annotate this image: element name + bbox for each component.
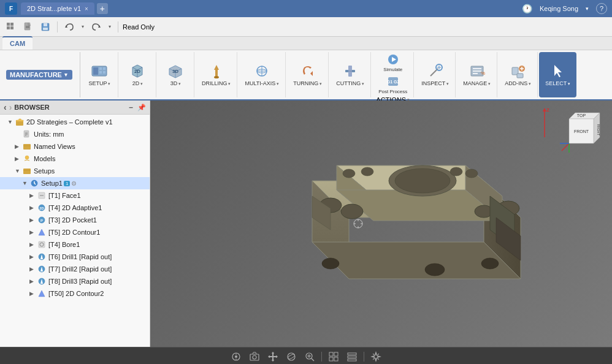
svg-point-102 [361, 167, 373, 176]
expand-named-views[interactable]: ▶ [15, 143, 22, 150]
tree-item-setup1[interactable]: ▼ Setup1 1 ⚙ [0, 177, 150, 189]
cutting-button[interactable]: CUTTING ▾ [334, 61, 367, 88]
tree-item-units[interactable]: Units: mm [0, 128, 150, 140]
tree-item-drill2[interactable]: ▶ [T7] Drill2 [Rapid out] [0, 263, 150, 275]
browser-nav-fwd[interactable]: › [9, 102, 12, 112]
undo-button[interactable] [62, 20, 77, 34]
file-button[interactable] [21, 20, 36, 34]
icon-setup1 [29, 178, 39, 188]
expand-units [15, 131, 22, 137]
grid-view-button[interactable] [327, 350, 340, 363]
tree-item-drill1[interactable]: ▶ [T6] Drill1 [Rapid out] [0, 251, 150, 263]
drilling-button[interactable]: DRILLING ▾ [199, 61, 234, 88]
tree-item-drill3[interactable]: ▶ [T8] Drill3 [Rapid out] [0, 275, 150, 287]
expand-contour2[interactable]: ▶ [29, 290, 37, 297]
group-multiaxis: MULTI-AXIS ▾ [239, 52, 286, 97]
tree-item-models[interactable]: ▶ Models [0, 153, 150, 165]
expand-drill1[interactable]: ▶ [29, 254, 37, 260]
setup-button[interactable]: SETUP ▾ [86, 61, 113, 88]
expand-contour1[interactable]: ▶ [29, 229, 37, 235]
svg-rect-137 [348, 356, 356, 358]
2d-button[interactable]: 2D 2D ▾ [126, 61, 148, 88]
redo-dropdown[interactable]: ▾ [106, 20, 113, 34]
expand-setup1[interactable]: ▼ [22, 180, 29, 186]
expand-setups[interactable]: ▼ [15, 168, 22, 174]
inspect-button[interactable]: INSPECT ▾ [419, 61, 451, 88]
tree-item-contour2[interactable]: ▶ [T50] 2D Contour2 [0, 287, 150, 300]
manage-button[interactable]: % MANAGE ▾ [461, 61, 493, 88]
svg-text:%: % [481, 70, 485, 76]
help-icon[interactable]: ? [596, 3, 607, 14]
browser-nav-back[interactable]: ‹ [4, 102, 7, 112]
dropdown-arrow-user[interactable]: ▾ [586, 6, 589, 12]
settings-button[interactable] [369, 350, 383, 363]
bottom-bar [0, 347, 612, 364]
redo-button[interactable] [89, 20, 104, 34]
svg-line-129 [312, 358, 314, 361]
expand-models[interactable]: ▶ [15, 156, 22, 162]
expand-bore1[interactable]: ▶ [29, 241, 37, 248]
manufacture-dropdown[interactable]: MANUFACTURE ▾ [6, 70, 72, 80]
active-tab[interactable]: 2D Strat...plete v1 × [21, 2, 94, 15]
svg-rect-17 [99, 71, 102, 74]
label-models: Models [34, 155, 55, 162]
snap-settings-button[interactable] [229, 350, 243, 363]
browser-collapse[interactable]: – [129, 103, 133, 112]
viewport[interactable]: TOP FRONT RIGHT Z [150, 100, 612, 347]
tree-item-contour1[interactable]: ▶ [T5] 2D Contour1 [0, 226, 150, 238]
orbit-button[interactable] [285, 350, 298, 363]
group-inspect: INSPECT ▾ [415, 52, 456, 97]
svg-rect-3 [10, 23, 13, 26]
group-cutting: CUTTING ▾ [330, 52, 371, 97]
svg-rect-134 [329, 357, 333, 361]
list-view-button[interactable] [345, 350, 359, 363]
pan-button[interactable] [266, 350, 280, 363]
2d-icon: 2D [129, 63, 146, 80]
clock-icon[interactable]: 🕐 [522, 4, 532, 13]
tree-item-pocket1[interactable]: ▶ P [T3] 2D Pocket1 [0, 214, 150, 226]
browser-pin[interactable]: 📌 [137, 104, 146, 112]
expand-face1[interactable]: ▶ [29, 192, 37, 199]
label-drill1: [T6] Drill1 [Rapid out] [48, 253, 112, 260]
zoom-button[interactable] [303, 350, 316, 363]
expand-adaptive1[interactable]: ▶ [29, 205, 37, 211]
tree-item-setups[interactable]: ▼ Setups [0, 165, 150, 177]
icon-units [22, 129, 32, 139]
addins-button[interactable]: ADD-INS ▾ [502, 61, 534, 88]
svg-text:G1 G2: G1 G2 [387, 80, 399, 84]
post-process-button[interactable]: G1 G2 Post Process [377, 74, 409, 95]
expand-drill3[interactable]: ▶ [29, 278, 37, 284]
3d-icon: 3D [167, 63, 184, 80]
svg-text:2D: 2D [39, 207, 44, 210]
select-button[interactable]: SELECT ▾ [543, 61, 573, 88]
expand-root[interactable]: ▼ [7, 119, 15, 125]
tree-item-bore1[interactable]: ▶ [T4] Bore1 [0, 238, 150, 251]
icon-pocket1: P [37, 215, 47, 225]
tree-item-named-views[interactable]: ▶ Named Views [0, 140, 150, 153]
svg-text:FRONT: FRONT [574, 129, 589, 134]
save-button[interactable] [38, 20, 53, 34]
simulate-button[interactable]: Simulate [381, 52, 404, 73]
setup1-gear[interactable]: ⚙ [71, 180, 77, 187]
turning-icon [299, 63, 316, 80]
camera-button[interactable] [248, 350, 261, 363]
undo-dropdown[interactable]: ▾ [79, 20, 86, 34]
tab-cam[interactable]: CAM [2, 36, 33, 50]
grid-menu-button[interactable] [4, 20, 18, 34]
2d-dropdown-arrow: ▾ [140, 82, 143, 86]
multiaxis-button[interactable]: MULTI-AXIS ▾ [242, 61, 281, 88]
label-pocket1: [T3] 2D Pocket1 [48, 216, 97, 224]
tree-item-face1[interactable]: ▶ [T1] Face1 [0, 189, 150, 202]
expand-drill2[interactable]: ▶ [29, 266, 37, 272]
3d-model [251, 107, 557, 340]
new-tab-button[interactable]: + [97, 3, 108, 14]
tree-item-root[interactable]: ▼ 2D Strategies – Complete v1 [0, 116, 150, 128]
select-icon [549, 63, 567, 80]
expand-pocket1[interactable]: ▶ [29, 217, 37, 223]
tree-item-adaptive1[interactable]: ▶ 2D [T4] 2D Adaptive1 [0, 202, 150, 214]
3d-button[interactable]: 3D 3D ▾ [164, 61, 186, 88]
turning-button[interactable]: TURNING ▾ [291, 61, 324, 88]
nav-cube[interactable]: TOP FRONT RIGHT [557, 107, 606, 156]
user-name[interactable]: Keqing Song [540, 5, 578, 12]
close-tab-button[interactable]: × [85, 6, 88, 12]
